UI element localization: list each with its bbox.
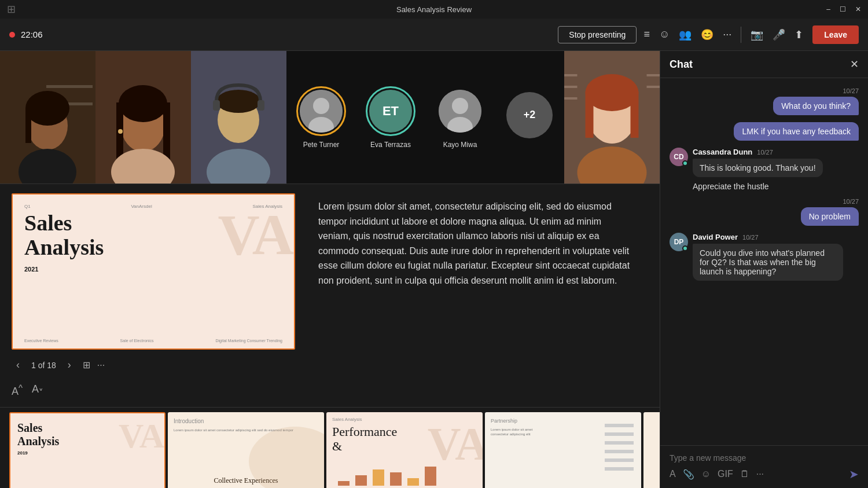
svg-point-9 bbox=[119, 85, 167, 122]
thumb-slide-2: Introduction Lorem ipsum dolor sit amet … bbox=[168, 412, 324, 488]
cassandra-text1: This is looking good. Thank you! bbox=[693, 159, 823, 177]
cassandra-name: Cassandra Dunn bbox=[693, 148, 752, 156]
toolbar: 22:06 Stop presenting ≡ ☺ 👥 😊 ··· 📷 🎤 ⬆ … bbox=[0, 19, 868, 51]
svg-rect-35 bbox=[647, 74, 660, 76]
sticker-icon[interactable]: 🗒 bbox=[740, 469, 749, 479]
svg-rect-29 bbox=[586, 91, 594, 138]
msg4-timestamp: 10/27 bbox=[843, 198, 859, 205]
page-count: 1 of 18 bbox=[31, 361, 56, 370]
maximize-btn[interactable]: ☐ bbox=[840, 5, 846, 13]
toolbar-center: Stop presenting bbox=[558, 26, 637, 43]
svg-point-12 bbox=[118, 129, 123, 134]
thumbnail-strip: SalesAnalysis 2019 VA 1 Introduction Lor… bbox=[0, 407, 660, 488]
more-icon[interactable]: ··· bbox=[723, 28, 731, 41]
participant-tile-pete[interactable]: Pete Turner bbox=[286, 51, 356, 184]
participants-icon[interactable]: 👥 bbox=[679, 28, 692, 41]
menu-icon[interactable]: ≡ bbox=[643, 28, 650, 41]
svg-rect-40 bbox=[373, 469, 384, 486]
david-avatar: DP bbox=[670, 233, 688, 251]
svg-rect-33 bbox=[564, 86, 578, 88]
font-increase-button[interactable]: A^ bbox=[12, 383, 23, 398]
thumbnail-3[interactable]: Sales Analysis Performance & VA bbox=[326, 412, 483, 488]
kayo-name: Kayo Miwa bbox=[443, 141, 477, 149]
slide-footer: Executive Reviews Sale of Electronics Di… bbox=[24, 339, 282, 343]
gif-icon[interactable]: GIF bbox=[718, 469, 733, 479]
message-3: CD Cassandra Dunn 10/27 This is looking … bbox=[670, 148, 859, 191]
svg-rect-34 bbox=[564, 97, 578, 100]
svg-rect-18 bbox=[258, 100, 264, 111]
thumbnail-2[interactable]: Introduction Lorem ipsum dolor sit amet … bbox=[168, 412, 324, 488]
close-btn[interactable]: ✕ bbox=[855, 5, 861, 13]
svg-rect-11 bbox=[163, 102, 170, 160]
format-icon[interactable]: A bbox=[670, 469, 676, 479]
chat-input-field[interactable] bbox=[670, 453, 859, 463]
thumb-slide-3: Sales Analysis Performance & VA bbox=[326, 412, 483, 488]
chat-panel: Chat ✕ 10/27 What do you think? LMK if y… bbox=[660, 51, 868, 488]
participant-tile-danielle[interactable]: Danielle Booker bbox=[95, 51, 191, 184]
cassandra-text2: Appreciate the hustle bbox=[693, 182, 823, 191]
svg-rect-17 bbox=[213, 100, 220, 111]
svg-rect-49 bbox=[605, 467, 634, 471]
font-decrease-button[interactable]: A˅ bbox=[32, 383, 43, 398]
body-text: Lorem ipsum dolor sit amet, consectetur … bbox=[318, 199, 631, 288]
participant-tile-serena[interactable]: Serena Davis bbox=[0, 51, 95, 184]
emoji-chat-icon[interactable]: ☺ bbox=[701, 469, 711, 479]
message-1: 10/27 What do you think? bbox=[773, 87, 859, 115]
eva-name: Eva Terrazas bbox=[370, 141, 411, 149]
svg-rect-41 bbox=[390, 472, 402, 486]
participant-tile-more[interactable]: +2 bbox=[495, 51, 564, 184]
slide-frame: Q1 VanArsdel Sales Analysis Sales Analys… bbox=[12, 193, 295, 350]
emoji-icon[interactable]: ☺ bbox=[659, 28, 670, 41]
svg-rect-1 bbox=[46, 85, 93, 88]
chat-more-icon[interactable]: ··· bbox=[756, 469, 764, 479]
more-participants-badge: +2 bbox=[506, 92, 553, 138]
participant-strip: Serena Davis bbox=[0, 51, 660, 184]
share-icon[interactable]: ⬆ bbox=[795, 28, 803, 41]
svg-rect-38 bbox=[338, 481, 350, 486]
slide-nav: ‹ 1 of 18 › ⊞ ··· bbox=[12, 357, 301, 373]
presentation-area: Q1 VanArsdel Sales Analysis Sales Analys… bbox=[0, 184, 660, 407]
svg-rect-39 bbox=[355, 475, 367, 486]
grid-view-icon[interactable]: ⊞ bbox=[83, 359, 90, 370]
participant-tile-ray[interactable]: Ray Tanaka bbox=[191, 51, 286, 184]
main-area: Serena Davis bbox=[0, 51, 868, 488]
send-button[interactable]: ➤ bbox=[849, 467, 859, 481]
thumb-slide-5: Fabrikam –VanArsdel bbox=[643, 412, 660, 488]
svg-point-16 bbox=[216, 90, 260, 113]
svg-rect-47 bbox=[605, 450, 634, 453]
svg-point-4 bbox=[25, 91, 69, 126]
window-controls: – ☐ ✕ bbox=[826, 5, 861, 13]
stop-presenting-button[interactable]: Stop presenting bbox=[558, 26, 637, 43]
app-logo: ⊞ bbox=[7, 3, 16, 16]
mic-icon[interactable]: 🎤 bbox=[773, 28, 785, 41]
thumbnail-5[interactable]: Fabrikam –VanArsdel 5 bbox=[643, 412, 660, 488]
reactions-icon[interactable]: 😊 bbox=[701, 28, 713, 41]
svg-point-21 bbox=[313, 98, 329, 114]
slide-more-icon[interactable]: ··· bbox=[97, 360, 105, 370]
chat-header: Chat ✕ bbox=[660, 51, 868, 78]
chat-toolbar: A 📎 ☺ GIF 🗒 ··· ➤ bbox=[670, 467, 859, 481]
minimize-btn[interactable]: – bbox=[826, 5, 830, 13]
participant-tile-eva[interactable]: ET Eva Terrazas bbox=[356, 51, 425, 184]
timer: 22:06 bbox=[21, 30, 43, 39]
thumbnail-4[interactable]: Partnership Lorem ipsum dolor sit amet c… bbox=[485, 412, 641, 488]
big-video-tile[interactable] bbox=[564, 51, 660, 184]
attach-icon[interactable]: 📎 bbox=[683, 469, 694, 480]
slide-viewer: Q1 VanArsdel Sales Analysis Sales Analys… bbox=[12, 193, 301, 398]
prev-slide-button[interactable]: ‹ bbox=[12, 357, 24, 373]
msg1-bubble: What do you think? bbox=[773, 97, 859, 115]
svg-rect-45 bbox=[605, 432, 634, 436]
chat-close-button[interactable]: ✕ bbox=[850, 58, 859, 71]
leave-button[interactable]: Leave bbox=[812, 25, 859, 44]
thumbnail-1[interactable]: SalesAnalysis 2019 VA 1 bbox=[9, 412, 165, 488]
participant-tile-kayo[interactable]: Kayo Miwa bbox=[425, 51, 495, 184]
camera-icon[interactable]: 📷 bbox=[751, 28, 763, 41]
next-slide-button[interactable]: › bbox=[63, 357, 76, 373]
chat-messages: 10/27 What do you think? LMK if you have… bbox=[660, 78, 868, 445]
cassandra-online-dot bbox=[682, 160, 688, 166]
toolbar-left: 22:06 bbox=[9, 30, 551, 39]
slide-content: Q1 VanArsdel Sales Analysis Sales Analys… bbox=[13, 195, 294, 348]
thumb-slide-4: Partnership Lorem ipsum dolor sit amet c… bbox=[485, 412, 641, 488]
chat-title: Chat bbox=[670, 58, 693, 71]
cassandra-timestamp: 10/27 bbox=[757, 149, 773, 156]
